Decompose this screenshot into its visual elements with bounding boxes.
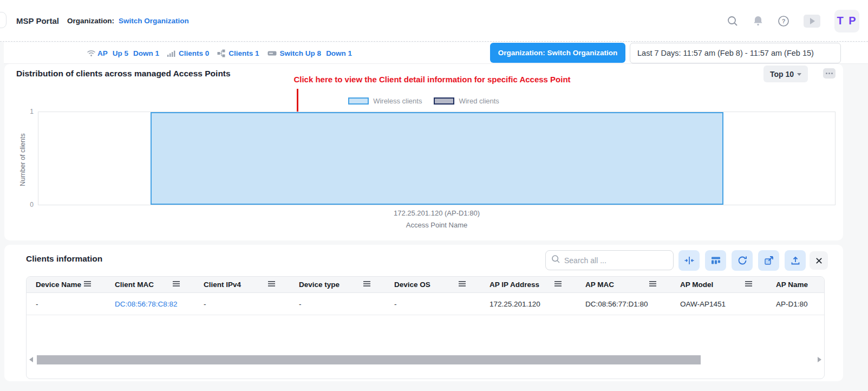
col-header-ap-name[interactable]: AP Name [767,277,824,292]
column-menu-icon[interactable] [554,281,562,289]
col-header-client-ipv4[interactable]: Client IPv4 [194,277,290,292]
refresh-button[interactable] [732,250,753,271]
svg-text:?: ? [782,18,786,24]
cell-ap-ip: 172.25.201.120 [480,293,576,315]
scroll-left-arrow-icon[interactable] [29,357,33,362]
col-header-device-type[interactable]: Device type [290,277,385,292]
wired-legend-label: Wired clients [459,97,499,105]
search-icon[interactable] [727,15,739,27]
cell-client-mac-link[interactable]: DC:08:56:78:C8:82 [106,293,194,315]
chart-legend: Wireless clients Wired clients [4,97,843,105]
wired-legend-swatch [434,97,454,105]
legend-item-wired[interactable]: Wired clients [434,97,499,105]
distribution-chart-card: Distribution of clients across managed A… [4,64,843,240]
switch-up-count[interactable]: Switch Up 8 [280,49,322,57]
chart-plot-area [38,112,836,205]
col-header-ap-model[interactable]: AP Model [671,277,767,292]
help-icon[interactable]: ? [778,15,789,27]
cell-ap-name: AP-D1:80 [767,293,824,315]
export-upload-button[interactable] [785,250,806,271]
chevron-down-icon [797,73,801,76]
y-tick-0: 0 [22,201,34,208]
ap-status-label[interactable]: AP [97,49,108,57]
y-tick-1: 1 [22,108,34,115]
date-range-picker[interactable]: Last 7 Days: 11:57 am (Feb 8) - 11:57 am… [630,43,841,63]
cell-device-name: - [27,293,106,315]
wireless-clients-bar[interactable] [151,112,723,205]
column-menu-icon[interactable] [458,281,466,289]
col-header-ap-mac[interactable]: AP MAC [576,277,671,292]
scrollbar-thumb[interactable] [37,355,701,364]
organization-link[interactable]: Switch Organization [119,17,189,25]
switch-icon [267,50,277,57]
x-tick-label: 172.25.201.120 (AP-D1:80) [38,209,836,217]
search-input[interactable] [564,256,668,265]
close-icon[interactable] [810,251,828,270]
top-n-dropdown[interactable]: Top 10 [763,66,808,82]
clients-information-card: Clients information Device Name [4,245,843,381]
signal-bars-icon [167,50,175,57]
scroll-right-arrow-icon[interactable] [818,357,821,362]
topology-icon [217,49,225,57]
wifi-icon [87,49,96,57]
column-menu-icon[interactable] [649,281,657,289]
organization-breadcrumb: Organization:Switch Organization [67,17,189,25]
cell-device-os: - [385,293,480,315]
organization-label: Organization: [67,17,114,25]
column-menu-icon[interactable] [83,281,92,289]
cell-ap-model: OAW-AP1451 [671,293,767,315]
wireless-legend-swatch [348,97,369,105]
legend-item-wireless[interactable]: Wireless clients [348,97,422,105]
ap-down-count[interactable]: Down 1 [133,49,159,57]
ap-up-count[interactable]: Up 5 [113,49,128,57]
user-avatar[interactable]: T P [834,10,859,32]
table-header-row: Device Name Client MAC Client IPv4 Devic… [27,277,824,293]
table-row: - DC:08:56:78:C8:82 - - - 172.25.201.120… [27,293,824,315]
col-header-ap-ip[interactable]: AP IP Address [480,277,576,292]
column-settings-button[interactable] [705,250,726,271]
table-search-box [545,250,674,270]
chart-title: Distribution of clients across managed A… [16,69,231,79]
clients-table: Device Name Client MAC Client IPv4 Devic… [26,276,825,379]
col-header-device-os[interactable]: Device OS [385,277,480,292]
organization-selector-button[interactable]: Organization: Switch Organization [490,43,625,63]
top-header: MSP Portal Organization:Switch Organizat… [0,0,868,42]
annotation-text: Click here to view the Client detail inf… [205,75,660,84]
cell-ap-mac: DC:08:56:77:D1:80 [576,293,671,315]
expand-table-button[interactable] [758,250,779,271]
column-menu-icon[interactable] [363,281,371,289]
wired-clients-count[interactable]: Clients 1 [229,49,259,57]
wireless-legend-label: Wireless clients [373,97,422,105]
x-axis-title: Access Point Name [38,221,836,229]
header-icon-bar: ? T P [727,0,859,42]
switch-down-count[interactable]: Down 1 [326,49,352,57]
wireless-clients-count[interactable]: Clients 0 [179,49,209,57]
col-header-device-name[interactable]: Device Name [27,277,106,292]
column-menu-icon[interactable] [267,281,276,289]
search-icon [551,255,560,266]
cell-device-type: - [290,293,385,315]
notifications-bell-icon[interactable] [753,15,763,27]
col-header-client-mac[interactable]: Client MAC [106,277,194,292]
table-title: Clients information [26,254,102,264]
chart-options-menu-icon[interactable] [823,68,836,79]
cell-client-ipv4: - [194,293,290,315]
left-margin-strip [0,42,4,64]
client-analytics-screen: MSP Portal Organization:Switch Organizat… [0,0,868,391]
column-menu-icon[interactable] [172,281,180,289]
horizontal-scrollbar [28,355,823,364]
video-tutorial-icon[interactable] [804,15,820,28]
app-title: MSP Portal [16,16,59,25]
device-status-summary: AP Up 5 Down 1 Clients 0 Clients 1 Switc… [87,42,352,64]
collapsed-nav-edge [0,12,6,28]
collapse-columns-button[interactable] [678,250,700,271]
column-menu-icon[interactable] [745,281,753,289]
sub-header: Client Analytics AP Up 5 Down 1 Clients … [0,42,868,64]
